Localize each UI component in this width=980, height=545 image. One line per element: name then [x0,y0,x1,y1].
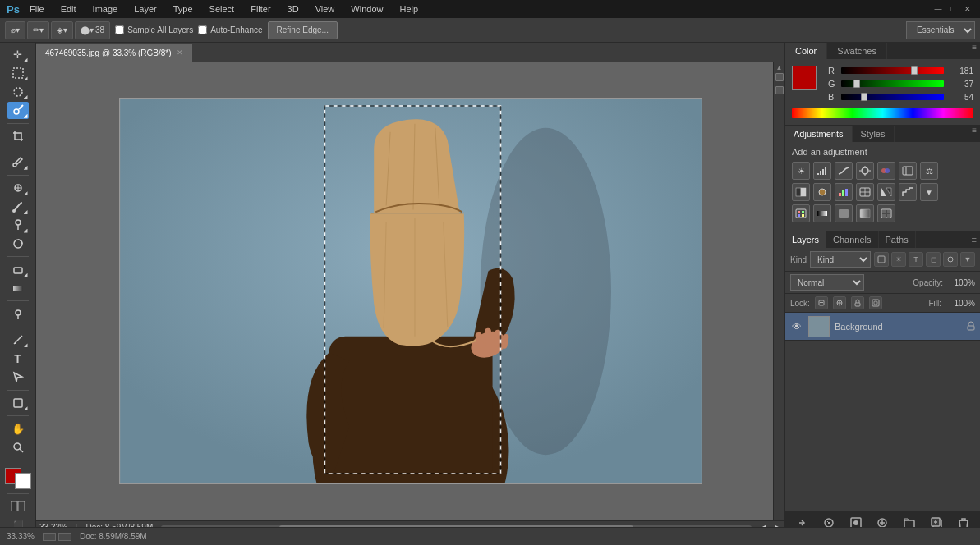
crop-tool[interactable] [7,128,29,145]
lasso-tool-btn[interactable]: ⌀▾ [5,21,25,39]
filter-type-icon[interactable]: T [909,252,923,267]
type-tool[interactable]: T [7,350,29,367]
channelmix-adj-icon[interactable] [835,183,853,201]
lock-all-btn[interactable] [851,296,864,309]
lock-artboard-btn[interactable] [869,296,882,309]
gradient-map-adj-icon[interactable] [813,204,831,222]
levels-adj-icon[interactable] [813,162,831,180]
heal-tool[interactable] [7,180,29,197]
filter-smart-icon[interactable] [943,252,958,267]
b-thumb[interactable] [861,93,867,101]
channels-tab[interactable]: Channels [826,231,878,248]
brush-mode-btn[interactable]: ◈▾ [51,21,73,39]
clone-stamp-tool[interactable] [7,217,29,234]
adjustments-tab[interactable]: Adjustments [785,126,853,142]
hsl-adj-icon[interactable] [899,162,917,180]
threshold-adj-icon[interactable]: ▼ [920,183,938,201]
colorbalance-adj-icon[interactable]: ⚖ [920,162,938,180]
menu-filter[interactable]: Filter [247,2,274,16]
menu-type[interactable]: Type [170,2,196,16]
auto-enhance-input[interactable] [198,25,207,34]
close-button[interactable]: ✕ [962,3,973,15]
vibrance-adj-icon[interactable] [877,162,895,180]
eyedropper-tool[interactable] [7,153,29,171]
swatches-tab[interactable]: Swatches [827,43,887,59]
menu-3d[interactable]: 3D [284,2,302,16]
filter-pixel-icon[interactable] [874,252,889,267]
kind-dropdown[interactable]: Kind [810,251,871,268]
gradient-tool[interactable] [7,280,29,297]
path-select-tool[interactable] [7,369,29,386]
zoom-tool[interactable] [7,439,29,456]
proof-color-btn[interactable] [43,533,56,541]
quick-mask-btn[interactable] [7,498,29,515]
bw-adj-icon[interactable] [792,183,810,201]
marquee-tool[interactable] [7,65,29,82]
paths-tab[interactable]: Paths [879,231,916,248]
dodge-tool[interactable] [7,305,29,323]
menu-view[interactable]: View [312,2,338,16]
canvas-control-1[interactable]: ▲ [776,64,783,71]
invert-adj-icon[interactable] [877,183,895,201]
color-spectrum-bar[interactable] [792,108,973,118]
lock-position-btn[interactable] [833,296,846,309]
color-panel-menu[interactable]: ≡ [968,43,980,59]
layers-tab[interactable]: Layers [785,231,826,248]
brush-size-btn[interactable]: ⬤▾ 38 [75,21,110,39]
g-slider[interactable] [841,80,944,87]
r-thumb[interactable] [911,66,918,75]
colorlookup-adj-icon[interactable] [856,183,874,201]
selectivecolor-adj-icon[interactable] [792,204,810,222]
move-tool[interactable]: ✛ [7,46,29,63]
pattern-fill-adj-icon[interactable] [877,204,895,222]
refine-edge-button[interactable]: Refine Edge... [268,21,338,39]
sample-all-layers-checkbox[interactable]: Sample All Layers [115,25,193,34]
menu-image[interactable]: Image [90,2,122,16]
workspace-selector[interactable]: Essentials [906,21,975,39]
gamut-warning-btn[interactable] [58,533,71,541]
blend-mode-dropdown[interactable]: Normal [790,274,864,291]
menu-file[interactable]: File [26,2,48,16]
hand-tool[interactable]: ✋ [7,420,29,437]
pen-tool[interactable] [7,332,29,349]
color-boxes[interactable] [5,468,31,488]
main-color-swatch[interactable] [792,66,817,90]
quick-select-tool[interactable] [7,102,29,119]
tab-close-button[interactable]: ✕ [177,48,183,57]
exposure-adj-icon[interactable] [856,162,874,180]
lasso-tool[interactable] [7,83,29,100]
layer-visibility-toggle[interactable]: 👁 [790,320,803,333]
canvas-scroll-area[interactable]: ▲ [36,62,784,520]
layers-panel-menu[interactable]: ≡ [968,233,980,246]
canvas-image[interactable] [119,98,702,484]
menu-select[interactable]: Select [206,2,238,16]
menu-help[interactable]: Help [396,2,421,16]
gradient-fill-adj-icon[interactable] [856,204,874,222]
shape-tool[interactable] [7,395,29,412]
history-brush-tool[interactable] [7,236,29,253]
layer-item[interactable]: 👁 Background [785,313,980,341]
color-tab[interactable]: Color [785,43,827,59]
b-slider[interactable] [841,94,944,100]
menu-edit[interactable]: Edit [58,2,80,16]
minimize-button[interactable]: — [932,3,944,15]
r-slider[interactable] [841,67,944,74]
maximize-button[interactable]: □ [947,3,959,15]
brightness-adj-icon[interactable]: ☀ [792,162,810,180]
menu-window[interactable]: Window [347,2,386,16]
tool-selector[interactable]: ⌀▾ ✏▾ ◈▾ ⬤▾ 38 [5,21,110,39]
adj-panel-menu[interactable]: ≡ [968,126,980,142]
eraser-tool[interactable] [7,261,29,278]
brush-tool[interactable] [7,198,29,215]
canvas-control-2[interactable] [775,73,784,81]
canvas-control-3[interactable] [775,86,784,94]
posterize-adj-icon[interactable] [899,183,917,201]
styles-tab[interactable]: Styles [853,126,895,142]
auto-enhance-checkbox[interactable]: Auto-Enhance [198,25,262,34]
filter-shape-icon[interactable]: ◻ [926,252,941,267]
background-color[interactable] [15,473,31,489]
photofilter-adj-icon[interactable] [813,183,831,201]
sample-all-layers-input[interactable] [115,25,124,34]
lock-pixel-btn[interactable] [815,296,828,309]
menu-layer[interactable]: Layer [131,2,160,16]
